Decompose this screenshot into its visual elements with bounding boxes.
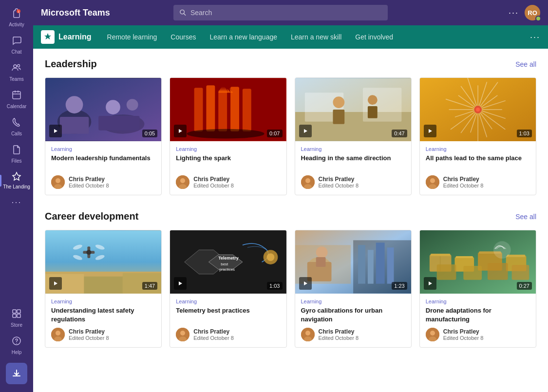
card-category: Learning (176, 146, 280, 152)
activity-label: Activity (9, 22, 24, 27)
card-body: LearningUnderstanding latest safety regu… (45, 294, 161, 347)
content-area: LeadershipSee all 0:05LearningModern lea… (33, 49, 548, 392)
svg-point-17 (106, 100, 120, 114)
play-button[interactable] (174, 125, 187, 137)
calendar-label: Calendar (7, 104, 27, 109)
card[interactable]: 0:27LearningDrone adaptations for manufa… (419, 230, 536, 348)
nav-item-get-involved[interactable]: Get involved (349, 30, 399, 44)
svg-point-2 (14, 65, 17, 68)
svg-rect-29 (243, 89, 251, 131)
sidebar-item-landing[interactable]: The Landing (0, 168, 33, 193)
card[interactable]: 0:47LearningHeading in the same directio… (295, 77, 412, 195)
duration-badge: 0:05 (142, 130, 157, 137)
svg-point-100 (180, 331, 185, 336)
card-author: Chris PratleyEdited October 8 (51, 175, 155, 189)
card-author: Chris PratleyEdited October 8 (176, 328, 280, 341)
author-info: Chris PratleyEdited October 8 (319, 328, 359, 341)
card-title: Modern leadership fundamentals (51, 154, 155, 171)
play-button[interactable] (174, 277, 187, 290)
card-title: Drone adaptations for manufacturing (426, 306, 530, 324)
duration-badge: 1:47 (142, 282, 157, 290)
navbar: Learning Remote learning Courses Learn a… (33, 25, 548, 49)
author-name: Chris Pratley (443, 328, 484, 335)
card[interactable]: 0:07LearningLighting the sparkChris Prat… (170, 77, 286, 195)
teams-label: Teams (9, 76, 23, 82)
card[interactable]: Telemetry best practices 1:03LearningTel… (170, 230, 286, 348)
sidebar-item-chat[interactable]: Chat (0, 31, 33, 58)
author-name: Chris Pratley (319, 176, 359, 183)
author-avatar (426, 328, 439, 341)
svg-rect-119 (431, 254, 451, 256)
calls-icon (11, 117, 22, 130)
play-button[interactable] (424, 125, 436, 137)
svg-point-3 (18, 65, 20, 67)
card[interactable]: 1:03LearningAll paths lead to the same p… (419, 77, 536, 195)
see-all-leadership[interactable]: See all (515, 60, 536, 68)
card[interactable]: 1:23LearningGyro calibrations for urban … (295, 230, 412, 348)
sidebar-item-teams[interactable]: Teams (0, 58, 33, 86)
sidebar-item-more[interactable]: ··· (0, 193, 33, 211)
svg-point-69 (476, 108, 480, 112)
landing-label: The Landing (3, 184, 30, 189)
card[interactable]: 0:05LearningModern leadership fundamenta… (45, 77, 162, 195)
calendar-icon (11, 90, 22, 103)
svg-point-72 (430, 178, 435, 183)
card-author: Chris PratleyEdited October 8 (51, 328, 155, 341)
card-body: LearningDrone adaptations for manufactur… (420, 294, 536, 347)
search-bar[interactable] (173, 5, 388, 20)
author-edited: Edited October 8 (443, 335, 484, 341)
play-button[interactable] (49, 125, 62, 137)
sidebar-item-activity[interactable]: 3 Activity (0, 4, 33, 31)
svg-rect-5 (13, 310, 16, 313)
sidebar-item-store[interactable]: Store (0, 304, 33, 332)
author-name: Chris Pratley (193, 176, 234, 183)
author-name: Chris Pratley (319, 328, 359, 335)
teams-icon (11, 62, 22, 75)
duration-badge: 0:27 (517, 282, 532, 290)
sidebar-item-files[interactable]: Files (0, 140, 33, 168)
play-button[interactable] (49, 277, 62, 290)
author-info: Chris PratleyEdited October 8 (443, 176, 484, 188)
sidebar-item-calendar[interactable]: Calendar (0, 86, 33, 113)
author-info: Chris PratleyEdited October 8 (193, 176, 234, 188)
card-title: Gyro calibrations for urban navigation (301, 306, 405, 324)
author-avatar (51, 328, 65, 341)
card[interactable]: 1:47LearningUnderstanding latest safety … (45, 230, 162, 348)
author-avatar (301, 328, 315, 341)
landing-icon (11, 171, 22, 183)
more-apps-icon: ··· (11, 197, 21, 207)
card-title: Heading in the same direction (301, 154, 405, 171)
download-button[interactable] (6, 363, 27, 384)
nav-item-learn-skill[interactable]: Learn a new skill (285, 30, 347, 44)
svg-rect-25 (194, 88, 203, 131)
svg-marker-20 (54, 129, 57, 133)
author-name: Chris Pratley (69, 328, 109, 335)
see-all-career-development[interactable]: See all (515, 213, 536, 221)
files-label: Files (11, 158, 21, 164)
play-button[interactable] (299, 277, 312, 290)
svg-point-131 (493, 241, 511, 259)
sidebar-item-help[interactable]: Help (0, 332, 33, 359)
card-author: Chris PratleyEdited October 8 (301, 328, 405, 341)
activity-icon: 3 (11, 8, 22, 21)
svg-rect-106 (376, 243, 384, 283)
avatar[interactable]: RO (525, 5, 540, 20)
svg-rect-127 (436, 264, 456, 280)
search-input[interactable] (190, 9, 382, 17)
play-button[interactable] (299, 125, 312, 137)
card-thumbnail: 1:03 (420, 78, 536, 141)
nav-item-courses[interactable]: Courses (165, 30, 202, 44)
search-icon (179, 9, 187, 17)
nav-item-remote-learning[interactable]: Remote learning (101, 30, 163, 44)
card-title: Lighting the spark (176, 154, 280, 171)
play-button[interactable] (424, 277, 436, 290)
sidebar-item-calls[interactable]: Calls (0, 113, 33, 140)
cards-grid-leadership: 0:05LearningModern leadership fundamenta… (45, 77, 536, 195)
author-avatar (176, 328, 189, 341)
topbar-more-button[interactable]: ··· (509, 8, 519, 18)
card-body: LearningHeading in the same directionChr… (295, 141, 411, 195)
duration-badge: 1:03 (517, 130, 532, 137)
duration-badge: 0:07 (267, 130, 282, 137)
navbar-more-button[interactable]: ··· (530, 32, 540, 42)
nav-item-learn-language[interactable]: Learn a new language (204, 30, 283, 44)
